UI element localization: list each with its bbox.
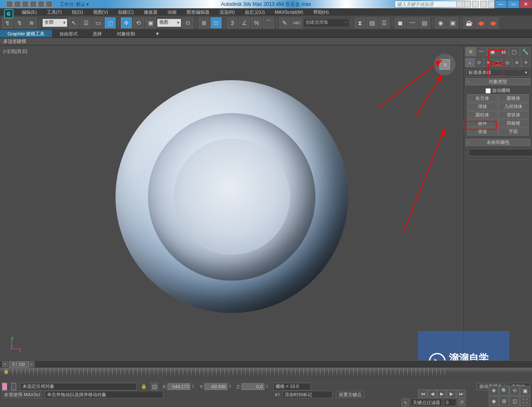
- primitive-cylinder[interactable]: 圆柱体: [467, 111, 498, 119]
- layer-icon[interactable]: ☰: [379, 17, 389, 28]
- primitive-plane[interactable]: 平面: [498, 128, 529, 136]
- zoom-extents-icon[interactable]: ◉: [489, 396, 499, 406]
- exchange-icon[interactable]: [472, 1, 479, 7]
- mirror-icon[interactable]: ⧗: [355, 17, 365, 28]
- motion-tab-icon[interactable]: ◉: [498, 47, 509, 57]
- project-icon[interactable]: [46, 1, 52, 7]
- keyshot-icon[interactable]: ⊡: [211, 17, 222, 28]
- spacewarps-subtab-icon[interactable]: ≋: [512, 58, 522, 67]
- minimize-button[interactable]: —: [495, 0, 507, 8]
- key-mode2-icon[interactable]: [11, 383, 16, 390]
- ribbon-tab-paint[interactable]: 对象绘制: [109, 30, 143, 37]
- systems-subtab-icon[interactable]: ✳: [521, 58, 531, 67]
- primitive-geosphere[interactable]: 几何球体: [498, 103, 529, 111]
- primitive-sphere[interactable]: 球体: [467, 103, 498, 111]
- key-filter-button[interactable]: 关键点过滤器: [411, 399, 442, 406]
- lights-subtab-icon[interactable]: ☀: [484, 58, 493, 67]
- selection-filter-combo[interactable]: 全部: [42, 19, 67, 27]
- utilities-tab-icon[interactable]: 🔧: [520, 47, 531, 57]
- prev-key-icon[interactable]: ◀: [428, 390, 437, 398]
- menu-render[interactable]: 渲染(R): [214, 9, 240, 15]
- pan-icon[interactable]: ✥: [489, 386, 499, 396]
- next-key-icon[interactable]: ▶: [447, 390, 456, 398]
- time-config-icon[interactable]: ⏱: [458, 399, 466, 406]
- ribbon-tab-graphite[interactable]: Graphite 建模工具: [0, 30, 52, 37]
- named-selection-combo[interactable]: 创建选择集: [303, 19, 349, 27]
- primitive-pyramid[interactable]: 四棱锥: [498, 119, 529, 127]
- time-slider-handle[interactable]: 0 / 100: [9, 361, 29, 368]
- menu-graph[interactable]: 图形编辑器: [182, 9, 214, 15]
- cameras-subtab-icon[interactable]: 📷: [493, 58, 503, 67]
- max-toggle-icon[interactable]: ⛶: [520, 396, 530, 406]
- angle-snap-icon[interactable]: ∠: [239, 17, 250, 28]
- object-name-input[interactable]: [469, 149, 532, 156]
- maximize-button[interactable]: ▭: [507, 0, 520, 8]
- display-tab-icon[interactable]: ▢: [509, 47, 520, 57]
- link-icon[interactable]: ↯: [14, 17, 25, 28]
- curve-editor-icon[interactable]: ◼: [395, 17, 406, 28]
- isolate-icon[interactable]: ⊡: [151, 383, 158, 390]
- viewport-label[interactable]: [+][顶][真实]: [3, 48, 27, 54]
- material-editor-icon[interactable]: ▤: [419, 17, 430, 28]
- percent-snap-icon[interactable]: %: [251, 17, 262, 28]
- manipulate-icon[interactable]: ⊞: [199, 17, 209, 28]
- sign-in-icon[interactable]: [464, 1, 471, 7]
- spelling-icon[interactable]: ABC: [291, 17, 302, 28]
- fov-icon[interactable]: ▣: [520, 386, 530, 396]
- menu-tools[interactable]: 工具(T): [42, 9, 67, 15]
- redo-icon[interactable]: [38, 1, 44, 7]
- helpers-subtab-icon[interactable]: ◎: [502, 58, 512, 67]
- geometry-subtab-icon[interactable]: ●: [465, 58, 475, 67]
- rollout-object-type[interactable]: -对象类型: [466, 78, 530, 85]
- ref-coord-combo[interactable]: 视图: [157, 19, 181, 27]
- y-coord-input[interactable]: -68.936: [204, 383, 227, 390]
- menu-edit[interactable]: 编辑(E): [17, 9, 42, 15]
- spinner-snap-icon[interactable]: ⌒: [263, 17, 274, 28]
- menu-customize[interactable]: 自定义(U): [240, 9, 270, 15]
- category-dropdown[interactable]: 标准基本体: [466, 69, 530, 76]
- undo-icon[interactable]: [30, 1, 37, 7]
- rotate-icon[interactable]: ⟲: [133, 17, 144, 28]
- pivot-icon[interactable]: ⊙: [182, 17, 193, 28]
- primitive-box[interactable]: 长方体: [467, 94, 498, 102]
- next-frame-icon[interactable]: >: [29, 361, 34, 367]
- x-coord-input[interactable]: 544.173: [167, 383, 190, 390]
- add-time-tag[interactable]: 添加时间标记: [283, 391, 332, 398]
- open-icon[interactable]: [14, 1, 21, 7]
- new-icon[interactable]: [6, 1, 13, 7]
- menu-modifier[interactable]: 修改器: [139, 9, 163, 15]
- menu-help[interactable]: 帮助(H): [308, 9, 334, 15]
- scale-icon[interactable]: ▣: [145, 17, 156, 28]
- orbit-icon[interactable]: ⟲: [510, 386, 520, 396]
- select-icon[interactable]: ↖: [69, 17, 79, 28]
- viewport[interactable]: [+][顶][真实] 顶 yxz: [0, 46, 463, 360]
- key-mode-icon[interactable]: [2, 383, 7, 390]
- render-setup-icon[interactable]: ◉: [435, 17, 446, 28]
- align-icon[interactable]: ▤: [367, 17, 377, 28]
- prev-frame-icon[interactable]: <: [2, 361, 8, 367]
- move-icon[interactable]: ✥: [121, 17, 132, 28]
- primitive-tube[interactable]: 管状体: [498, 111, 529, 119]
- maxscript-listener[interactable]: 欢迎使用 MAXSci: [2, 391, 42, 398]
- play-icon[interactable]: ▶: [437, 390, 446, 398]
- activeshade-icon[interactable]: 🫖: [488, 17, 498, 28]
- z-coord-input[interactable]: 0.0: [241, 383, 264, 390]
- favorites-icon[interactable]: [480, 1, 487, 7]
- save-icon[interactable]: [22, 1, 29, 7]
- menu-create[interactable]: 创建(C): [113, 9, 138, 15]
- zoom-all-icon[interactable]: ⊞: [499, 396, 509, 406]
- close-button[interactable]: ✕: [520, 0, 532, 8]
- infocenter-icon[interactable]: [456, 1, 463, 7]
- track-bar[interactable]: 🔒: [0, 368, 532, 375]
- rendered-frame-icon[interactable]: ▣: [447, 17, 458, 28]
- key-graph-icon[interactable]: ∿: [401, 399, 409, 406]
- render-production-icon[interactable]: ☕: [463, 17, 474, 28]
- snap-3-icon[interactable]: 3: [227, 17, 238, 28]
- zoom-icon[interactable]: 🔍: [499, 386, 509, 396]
- window-crossing-icon[interactable]: ◫: [105, 17, 116, 28]
- menu-animation[interactable]: 动画: [163, 9, 182, 15]
- goto-end-icon[interactable]: ⏭: [456, 390, 466, 398]
- search-input[interactable]: [395, 1, 466, 7]
- select-name-icon[interactable]: ☰: [81, 17, 91, 28]
- set-key-button[interactable]: 设置关键点: [336, 391, 365, 398]
